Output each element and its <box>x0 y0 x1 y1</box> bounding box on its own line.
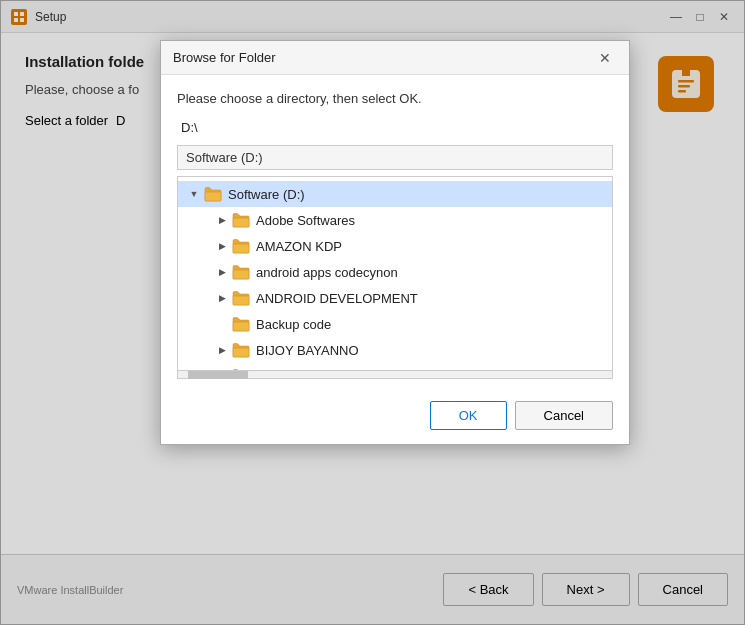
tree-item-0[interactable]: ▶ Adobe Softwares <box>178 207 612 233</box>
folder-tree[interactable]: ▼ Software (D:) ▶ Adob <box>177 176 613 371</box>
tree-child-label-1: AMAZON KDP <box>256 239 342 254</box>
tree-item-root[interactable]: ▼ Software (D:) <box>178 181 612 207</box>
svg-rect-11 <box>233 296 249 305</box>
folder-icon-1 <box>232 238 250 254</box>
folder-icon-6 <box>232 368 250 371</box>
dialog-titlebar: Browse for Folder ✕ <box>161 41 629 75</box>
tree-child-label-6: Blur Remov... <box>256 369 334 372</box>
dialog-close-button[interactable]: ✕ <box>593 46 617 70</box>
expand-icon-5: ▶ <box>214 342 230 358</box>
folder-icon-root <box>204 186 222 202</box>
folder-icon-2 <box>232 264 250 280</box>
tree-child-label-4: Backup code <box>256 317 331 332</box>
tree-item-1[interactable]: ▶ AMAZON KDP <box>178 233 612 259</box>
expand-icon-6: ▶ <box>214 368 230 371</box>
svg-rect-7 <box>205 192 221 201</box>
expand-icon-3: ▶ <box>214 290 230 306</box>
svg-rect-13 <box>233 348 249 357</box>
tree-root-label: Software (D:) <box>228 187 305 202</box>
folder-icon-5 <box>232 342 250 358</box>
dialog-footer: OK Cancel <box>161 391 629 444</box>
expand-icon-0: ▶ <box>214 212 230 228</box>
expand-icon-1: ▶ <box>214 238 230 254</box>
scrollbar-thumb <box>188 371 248 379</box>
browse-folder-dialog: Browse for Folder ✕ Please choose a dire… <box>160 40 630 445</box>
horizontal-scrollbar[interactable] <box>177 371 613 379</box>
tree-item-5[interactable]: ▶ BIJOY BAYANNO <box>178 337 612 363</box>
folder-icon-3 <box>232 290 250 306</box>
dialog-instruction: Please choose a directory, then select O… <box>177 91 613 106</box>
dialog-body: Please choose a directory, then select O… <box>161 75 629 391</box>
svg-rect-8 <box>233 218 249 227</box>
ok-button[interactable]: OK <box>430 401 507 430</box>
tree-item-2[interactable]: ▶ android apps codecynon <box>178 259 612 285</box>
svg-rect-9 <box>233 244 249 253</box>
breadcrumb-text: Software (D:) <box>186 150 263 165</box>
dialog-path: D:\ <box>177 118 613 137</box>
folder-icon-0 <box>232 212 250 228</box>
tree-item-3[interactable]: ▶ ANDROID DEVELOPMENT <box>178 285 612 311</box>
expand-icon-2: ▶ <box>214 264 230 280</box>
dialog-breadcrumb: Software (D:) <box>177 145 613 170</box>
svg-rect-10 <box>233 270 249 279</box>
svg-rect-12 <box>233 322 249 331</box>
tree-child-label-0: Adobe Softwares <box>256 213 355 228</box>
tree-child-label-2: android apps codecynon <box>256 265 398 280</box>
tree-item-6[interactable]: ▶ Blur Remov... <box>178 363 612 371</box>
tree-item-4[interactable]: ▶ Backup code <box>178 311 612 337</box>
expand-icon-root: ▼ <box>186 186 202 202</box>
tree-child-label-3: ANDROID DEVELOPMENT <box>256 291 418 306</box>
dialog-title: Browse for Folder <box>173 50 593 65</box>
tree-child-label-5: BIJOY BAYANNO <box>256 343 359 358</box>
folder-icon-4 <box>232 316 250 332</box>
dialog-cancel-button[interactable]: Cancel <box>515 401 613 430</box>
